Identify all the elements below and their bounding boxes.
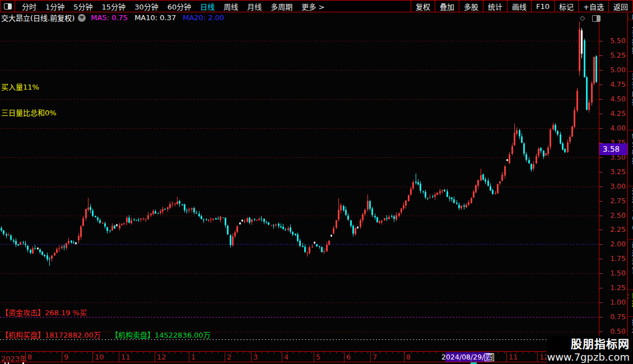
day-tick	[106, 352, 107, 353]
strip-item[interactable]: 深证成指	[628, 72, 633, 130]
toolbar-button[interactable]: F10	[531, 1, 554, 12]
day-tick	[504, 352, 505, 353]
day-tick	[243, 352, 244, 353]
day-tick	[75, 352, 76, 353]
x-axis-top-border	[0, 351, 599, 352]
month-label: 7	[373, 353, 377, 361]
split-window-icon[interactable]	[1, 1, 15, 12]
period-item[interactable]: 更多 >	[297, 1, 329, 12]
day-tick	[287, 352, 287, 353]
period-item[interactable]: 日线	[196, 1, 219, 12]
toolbar-button[interactable]: 返回	[608, 1, 632, 12]
price-tick	[599, 55, 603, 56]
day-tick	[38, 352, 39, 353]
price-tick	[599, 70, 603, 71]
day-tick	[162, 352, 163, 353]
period-item[interactable]: 60分钟	[163, 1, 196, 12]
toolbar-button[interactable]: 标记	[554, 1, 578, 12]
diamond-icon[interactable]: ◇	[580, 14, 585, 22]
day-tick	[206, 352, 206, 353]
chevron-down-icon[interactable]	[78, 14, 86, 22]
split-window-glyph	[4, 3, 12, 10]
candlestick-chart[interactable]	[0, 0, 599, 352]
month-separator	[62, 352, 62, 362]
strip-item[interactable]: 最近浏览	[628, 240, 633, 290]
strip-item[interactable]: 上证指数	[628, 20, 633, 72]
month-label: 6	[346, 353, 351, 361]
day-tick	[262, 352, 262, 353]
strip-item[interactable]: 自选股	[628, 290, 633, 317]
toolbar-button[interactable]: 多股	[459, 1, 483, 12]
day-tick	[131, 352, 132, 353]
strip-item[interactable]: 创业板指	[628, 130, 633, 186]
period-item[interactable]: 分时	[17, 1, 41, 12]
toolbar-button[interactable]: 统计	[483, 1, 507, 12]
day-tick	[255, 352, 256, 353]
price-tick-label: 4.00	[600, 124, 626, 132]
day-tick	[156, 352, 156, 353]
period-item[interactable]: 1分钟	[41, 1, 69, 12]
month-separator	[537, 352, 538, 362]
period-menu: 分时1分钟5分钟15分钟30分钟60分钟日线周线月线多周期更多 >	[15, 1, 329, 12]
day-tick	[436, 352, 436, 353]
price-tick-label: 1.25	[600, 283, 626, 292]
strip-item[interactable]: 沪深300	[628, 186, 633, 240]
day-tick	[218, 352, 218, 353]
ma-legend: MA5: 0.75MA10: 0.37MA20: 2.00	[91, 13, 224, 22]
selected-weekday: 四	[485, 353, 494, 361]
price-tick-label: 4.75	[600, 80, 626, 88]
toolbar-button[interactable]: +自选	[578, 1, 608, 12]
ma-label: MA5: 0.75	[91, 13, 128, 22]
period-item[interactable]: 5分钟	[69, 1, 97, 12]
month-separator	[344, 352, 345, 362]
day-tick	[150, 352, 150, 353]
period-item[interactable]: 15分钟	[97, 1, 131, 12]
toolbar-button[interactable]: 复权	[411, 1, 435, 12]
toolbar-button[interactable]: 叠加	[435, 1, 459, 12]
day-tick	[169, 352, 169, 353]
month-separator	[314, 352, 314, 362]
month-separator	[189, 352, 189, 362]
price-tick	[599, 41, 603, 41]
month-separator	[506, 352, 507, 362]
day-tick	[81, 352, 82, 353]
right-nav-strip: 换手上证指数深证成指创业板指沪深300最近浏览自选股技术分析	[628, 12, 633, 364]
period-item[interactable]: 周线	[219, 1, 243, 12]
day-tick	[7, 352, 7, 353]
month-label: 10	[95, 353, 104, 361]
day-tick	[280, 352, 281, 353]
price-tick	[599, 128, 603, 129]
day-tick	[44, 352, 45, 353]
day-tick	[293, 352, 294, 353]
split-pane-icon[interactable]	[592, 15, 601, 22]
gridlines-layer	[0, 41, 598, 332]
month-separator	[370, 352, 371, 362]
day-tick	[529, 352, 529, 353]
strip-item[interactable]: 换手	[628, 12, 633, 20]
ma-label: MA20: 2.00	[183, 13, 224, 22]
day-tick	[125, 352, 125, 353]
period-item[interactable]: 多周期	[266, 1, 297, 12]
price-tick-label: 1.00	[600, 298, 626, 306]
toolbar-button[interactable]: 画线	[507, 1, 531, 12]
day-tick	[398, 352, 399, 353]
toolbar-buttons: 复权叠加多股统计画线F10标记+自选返回	[411, 1, 632, 12]
price-axis-line	[599, 16, 599, 362]
day-tick	[57, 352, 57, 353]
period-item[interactable]: 月线	[243, 1, 266, 12]
watermark-name: 股朋指标网	[547, 338, 630, 351]
day-tick	[349, 352, 350, 353]
day-tick	[318, 352, 318, 353]
day-tick	[386, 352, 387, 353]
day-tick	[13, 352, 13, 353]
month-label: 4	[284, 353, 288, 361]
price-tick-label: 0.75	[600, 312, 626, 321]
price-tick-label: 2.50	[600, 211, 626, 220]
month-label: 8	[406, 353, 411, 361]
day-tick	[100, 352, 100, 353]
price-tick	[599, 230, 603, 230]
month-separator	[92, 352, 93, 362]
current-price-badge: 3.58	[599, 143, 627, 155]
day-tick	[237, 352, 238, 353]
period-item[interactable]: 30分钟	[130, 1, 163, 12]
